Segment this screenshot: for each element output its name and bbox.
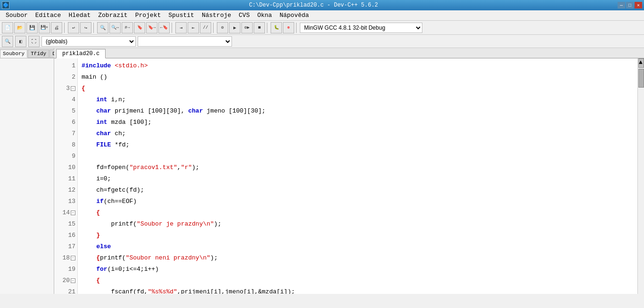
fullscreen-button[interactable]: ⛶ (28, 36, 40, 47)
compile-button[interactable]: ⚙ (217, 22, 228, 33)
sidebar-content (0, 58, 54, 294)
separator-5 (267, 23, 269, 33)
line-num-20: 20− (54, 275, 77, 286)
menu-item-projekt[interactable]: Projekt (132, 11, 165, 20)
line-numbers: 123−4567891011121314−15161718−1920−2122 (54, 58, 78, 294)
print-button[interactable]: 🖨 (51, 22, 62, 33)
find-replace-button[interactable]: 🔍↔ (109, 22, 121, 33)
code-line-11: i=0; (82, 173, 634, 185)
code-content[interactable]: #include <stdio.h>main (){ int i,n; char… (78, 58, 637, 294)
goto-button[interactable]: #→ (122, 22, 133, 33)
line-num-13: 13 (54, 196, 77, 207)
compiler-dropdown[interactable]: MinGW GCC 4.8.1 32-bit Debug (300, 23, 422, 33)
line-num-14: 14− (54, 207, 77, 219)
menu-item-hledat[interactable]: Hledat (65, 11, 94, 20)
code-line-17: else (82, 241, 634, 252)
stop-button[interactable]: ■ (254, 22, 265, 33)
code-line-12: ch=fgetc(fd); (82, 185, 634, 196)
line-num-10: 10 (54, 162, 77, 173)
menu-item-soubor[interactable]: Soubor (2, 11, 32, 20)
toggle-comment-button[interactable]: // (200, 22, 211, 33)
save-button[interactable]: 💾 (26, 22, 38, 33)
code-line-7: char ch; (82, 128, 634, 139)
open-button[interactable]: 📂 (14, 22, 25, 33)
line-num-16: 16 (54, 230, 77, 241)
menu-item-okna[interactable]: Okna (254, 11, 276, 20)
separator-3 (172, 23, 173, 33)
indent-button[interactable]: ⇥ (175, 22, 187, 33)
maximize-button[interactable]: □ (626, 2, 634, 8)
sidebar: Soubory Třídy De◄ ► (0, 48, 54, 294)
line-num-21: 21 (54, 286, 77, 294)
window-title: C:\Dev-Cpp\priklad20.c - Dev-C++ 5.6.2 (9, 2, 618, 8)
sidebar-tab-classes[interactable]: Třídy (28, 49, 49, 58)
class-browse-button[interactable]: 🔍 (2, 36, 13, 47)
minimize-button[interactable]: — (618, 2, 625, 8)
scrollbar-thumb[interactable] (638, 69, 644, 88)
line-num-9: 9 (54, 151, 77, 162)
code-line-9 (82, 151, 634, 162)
sidebar-tab-files[interactable]: Soubory (0, 49, 27, 58)
code-line-18: {printf("Soubor neni prazdny\n"); (82, 252, 634, 264)
code-line-2: main () (82, 72, 634, 83)
code-line-8: FILE *fd; (82, 139, 634, 151)
content-area: Soubory Třídy De◄ ► priklad20.c 123−4567… (0, 48, 644, 294)
line-num-5: 5 (54, 105, 77, 117)
toolbar-main: 📄 📂 💾 💾+ 🖨 ↩ ↪ 🔍 🔍↔ #→ 🔖 🔖→ ←🔖 ⇥ ⇤ // ⚙ … (0, 21, 644, 35)
titlebar: 🔷 C:\Dev-Cpp\priklad20.c - Dev-C++ 5.6.2… (0, 0, 644, 10)
fold-icon-3[interactable]: − (71, 86, 75, 91)
line-num-19: 19 (54, 264, 77, 275)
debug-break-button[interactable]: ⊗ (283, 22, 294, 33)
toggle-sidebar-button[interactable]: ◧ (15, 36, 26, 47)
code-line-14: { (82, 207, 634, 219)
close-button[interactable]: ✕ (635, 2, 642, 8)
redo-button[interactable]: ↪ (80, 22, 91, 33)
menu-item-zobrazit[interactable]: Zobrazit (94, 11, 131, 20)
menu-item-npovda[interactable]: Nápověda (276, 11, 313, 20)
separator-1 (64, 23, 66, 33)
toolbar-scope: 🔍 ◧ ⛶ (globals) (0, 35, 644, 48)
scope-dropdown[interactable] (138, 36, 232, 47)
fold-icon-14[interactable]: − (71, 211, 75, 215)
fold-icon-18[interactable]: − (71, 256, 75, 260)
save-all-button[interactable]: 💾+ (39, 22, 50, 33)
separator-6 (296, 23, 298, 33)
line-num-12: 12 (54, 185, 77, 196)
bookmark-button[interactable]: 🔖 (134, 22, 145, 33)
debug-button[interactable]: 🐛 (271, 22, 282, 33)
line-num-3: 3− (54, 83, 77, 94)
undo-button[interactable]: ↩ (68, 22, 79, 33)
bookmark-next-button[interactable]: 🔖→ (146, 22, 157, 33)
run-button[interactable]: ▶ (229, 22, 240, 33)
separator-2 (93, 23, 95, 33)
title-left: 🔷 (2, 1, 9, 9)
vertical-scrollbar[interactable]: ▲ (637, 58, 644, 294)
code-line-4: int i,n; (82, 94, 634, 105)
code-line-3: { (82, 83, 634, 94)
unindent-button[interactable]: ⇤ (188, 22, 199, 33)
line-num-17: 17 (54, 241, 77, 252)
menu-item-editace[interactable]: Editace (32, 11, 65, 20)
menu-item-nstroje[interactable]: Nástroje (198, 11, 235, 20)
code-line-5: char prijmeni [100][30], char jmeno [100… (82, 105, 634, 117)
file-tab-priklad20[interactable]: priklad20.c (56, 49, 106, 58)
line-num-15: 15 (54, 219, 77, 230)
code-line-13: if(ch==EOF) (82, 196, 634, 207)
code-line-1: #include <stdio.h> (82, 60, 634, 72)
code-editor[interactable]: 123−4567891011121314−15161718−1920−2122 … (54, 58, 644, 294)
menubar: SouborEditaceHledatZobrazitProjektSpusti… (0, 10, 644, 21)
line-num-4: 4 (54, 94, 77, 105)
code-line-20: { (82, 275, 634, 286)
compilerun-button[interactable]: ⚙▶ (241, 22, 253, 33)
menu-item-cvs[interactable]: CVS (235, 11, 253, 20)
fold-icon-20[interactable]: − (71, 278, 75, 283)
globals-dropdown[interactable]: (globals) (41, 36, 136, 47)
scrollbar-up-arrow[interactable]: ▲ (638, 58, 644, 68)
separator-4 (213, 23, 215, 33)
editor-area: priklad20.c 123−4567891011121314−1516171… (54, 48, 644, 294)
find-button[interactable]: 🔍 (97, 22, 108, 33)
line-num-1: 1 (54, 60, 77, 72)
bookmark-prev-button[interactable]: ←🔖 (158, 22, 170, 33)
menu-item-spustit[interactable]: Spustit (165, 11, 198, 20)
new-button[interactable]: 📄 (2, 22, 13, 33)
